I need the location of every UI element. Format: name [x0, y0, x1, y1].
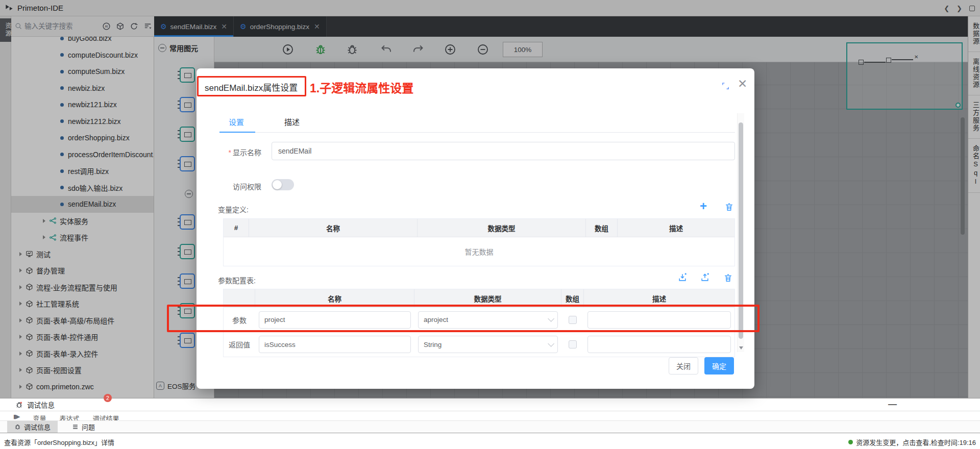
bottom-tab-debug[interactable]: 调试信息 [7, 421, 58, 433]
debug-subtab[interactable]: 变量 [33, 413, 46, 420]
confirm-button[interactable]: 确定 [704, 357, 734, 375]
delete-param-icon[interactable] [723, 273, 733, 283]
export-params-icon[interactable] [700, 272, 710, 283]
variables-section-label: 变量定义: [218, 204, 249, 214]
dialog-tabs: 设置 描述 [219, 113, 735, 133]
dialog-tab-description[interactable]: 描述 [284, 116, 300, 127]
variables-col-header: 数据类型 [418, 219, 586, 237]
annotation-step-text: 1.子逻辑流属性设置 [310, 79, 413, 96]
delete-variable-icon[interactable] [724, 202, 734, 212]
param-array-checkbox[interactable] [569, 340, 577, 348]
variables-table: #名称数据类型数组描述 暂无数据 [223, 218, 735, 266]
status-right-text: 资源发生变更，点击查看,检查时间:19:16 [856, 437, 976, 447]
variables-empty-text: 暂无数据 [224, 237, 734, 266]
debug-panel: 调试信息 — ▮▶ 变量表达式调试结果 调试信息 问题 2 [0, 398, 980, 433]
variables-col-header: 数组 [586, 219, 618, 237]
fullscreen-icon[interactable] [721, 82, 730, 90]
scroll-down-icon[interactable] [739, 346, 743, 350]
debug-subtab-row: ▮▶ 变量表达式调试结果 [0, 412, 980, 420]
param-kind-label: 返回值 [224, 332, 255, 357]
access-label: 访问权限 [214, 181, 261, 191]
variables-col-header: # [224, 219, 249, 237]
close-dialog-icon[interactable]: ✕ [738, 77, 747, 91]
bottom-tab-label: 问题 [82, 422, 95, 432]
param-type-value: String [424, 341, 442, 348]
bottom-tab-problems[interactable]: 问题 [65, 421, 102, 433]
problems-count-badge: 2 [104, 394, 112, 402]
add-variable-icon[interactable]: + [700, 201, 707, 211]
annotation-param-row-box [167, 305, 760, 332]
minimize-panel-icon[interactable]: — [888, 400, 897, 410]
resource-changed-dot-icon [848, 440, 853, 444]
bottom-tab-bar: 调试信息 问题 [0, 420, 980, 432]
debug-panel-title: 调试信息 [27, 400, 55, 410]
close-button[interactable]: 关闭 [669, 357, 698, 375]
display-name-label: *显示名称 [214, 147, 261, 157]
access-toggle[interactable] [272, 179, 294, 190]
dialog-tab-settings[interactable]: 设置 [229, 116, 244, 127]
step-controls-icon[interactable]: ▮▶ [13, 413, 20, 420]
import-params-icon[interactable] [677, 272, 688, 283]
active-tab-underline [219, 132, 255, 133]
param-name-input[interactable]: isSuccess [259, 336, 411, 353]
bottom-tab-label: 调试信息 [24, 422, 51, 432]
list-icon [72, 423, 79, 430]
variables-col-header: 名称 [249, 219, 418, 237]
properties-dialog: sendEMail.bizx属性设置 ✕ 设置 描述 *显示名称 访问权限 变量… [197, 68, 754, 389]
display-name-input[interactable] [272, 142, 735, 160]
annotation-title-box [197, 76, 306, 96]
app-root: Primeton-IDE ❮ ❯ 资源 AI [0, 0, 980, 449]
status-left-text[interactable]: 查看资源「orderShopping.bizx」详情 [4, 437, 114, 447]
status-right[interactable]: 资源发生变更，点击查看,检查时间:19:16 [848, 437, 976, 447]
param-desc-input[interactable] [587, 336, 731, 353]
params-section-label: 参数配置表: [218, 275, 256, 285]
debug-bug-icon [15, 401, 23, 409]
debug-subtab[interactable]: 调试结果 [93, 413, 119, 420]
variables-col-header: 描述 [618, 219, 734, 237]
debug-subtab[interactable]: 表达式 [60, 413, 80, 420]
param-type-select[interactable]: String [418, 336, 558, 353]
bug-icon [14, 423, 21, 430]
chevron-down-icon [548, 340, 554, 347]
status-bar: 查看资源「orderShopping.bizx」详情 资源发生变更，点击查看,检… [0, 433, 980, 449]
param-row: 返回值 isSuccess String [224, 332, 734, 357]
